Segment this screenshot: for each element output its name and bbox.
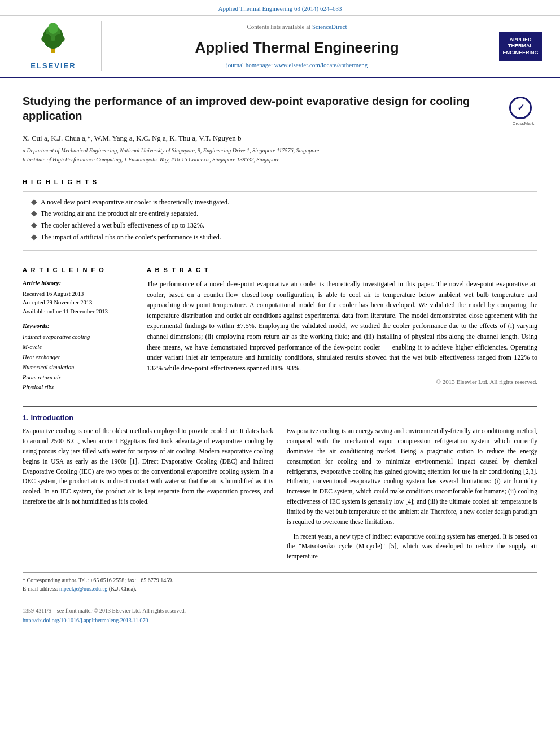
authors-text: X. Cui a, K.J. Chua a,*, W.M. Yang a, K.… (23, 134, 242, 142)
section1-heading: 1. Introduction (23, 413, 537, 423)
article-content: Studying the performance of an improved … (0, 78, 560, 637)
badge-line1: APPLIED (502, 37, 538, 43)
section1-col2-para2: In recent years, a new type of indirect … (287, 532, 537, 562)
section1-body: Evaporative cooling is one of the oldest… (23, 426, 537, 566)
section1-title: Introduction (30, 413, 73, 422)
email-link[interactable]: mpeckje@nus.edu.sg (59, 586, 107, 592)
highlight-item-2: ◆ The working air and the product air ar… (31, 209, 529, 219)
section1-col2-para1: Evaporative cooling is an energy saving … (287, 426, 537, 527)
keyword-5: Room return air (23, 373, 135, 383)
elsevier-logo: ELSEVIER (30, 21, 76, 71)
section1-col1-para1: Evaporative cooling is one of the oldest… (23, 426, 273, 507)
doi-link: http://dx.doi.org/10.1016/j.applthermale… (23, 617, 537, 624)
page: Applied Thermal Engineering 63 (2014) 62… (0, 0, 560, 747)
section1-col1: Evaporative cooling is one of the oldest… (23, 426, 273, 566)
affiliation-b: b Institute of High Performance Computin… (23, 156, 537, 164)
highlights-box: ◆ A novel dew point evaporative air cool… (23, 191, 537, 251)
bullet-icon-2: ◆ (31, 209, 37, 219)
article-footer: 1359-4311/$ – see front matter © 2013 El… (23, 602, 537, 624)
highlight-item-3: ◆ The cooler achieved a wet bulb effecti… (31, 221, 529, 230)
science-direct-link: Contents lists available at ScienceDirec… (113, 23, 481, 31)
section1-number: 1. (23, 413, 29, 422)
badge-line3: ENGINEERING (502, 50, 538, 56)
journal-title: Applied Thermal Engineering (113, 37, 481, 58)
section1-col2: Evaporative cooling is an energy saving … (287, 426, 537, 566)
corresponding-author-text: * Corresponding author. Tel.: +65 6516 2… (23, 577, 173, 583)
article-info-label: A R T I C L E I N F O (23, 266, 135, 274)
highlight-text-4: The impact of artificial ribs on the coo… (41, 233, 221, 242)
bullet-icon-4: ◆ (31, 233, 37, 242)
badge-line2: THERMAL (502, 43, 538, 50)
doi-anchor[interactable]: http://dx.doi.org/10.1016/j.applthermale… (23, 617, 148, 623)
journal-header: ELSEVIER Contents lists available at Sci… (0, 16, 560, 77)
keywords-label: Keywords: (23, 322, 135, 330)
keyword-2: M-cycle (23, 342, 135, 352)
accepted-date: Accepted 29 November 2013 (23, 298, 135, 307)
elsevier-tree-icon (30, 21, 76, 55)
highlight-text-3: The cooler achieved a wet bulb effective… (41, 221, 204, 230)
highlight-text-1: A novel dew point evaporative air cooler… (41, 198, 229, 207)
svg-point-3 (48, 23, 58, 34)
crossmark-badge: ✓ CrossMark (509, 97, 537, 126)
bullet-icon-1: ◆ (31, 198, 37, 207)
keyword-4: Numerical simulation (23, 362, 135, 373)
publisher-logo: ELSEVIER (11, 21, 102, 71)
keywords-list: Indirect evaporative cooling M-cycle Hea… (23, 332, 135, 392)
history-label: Article history: (23, 279, 135, 287)
journal-homepage-link[interactable]: journal homepage: www.elsevier.com/locat… (226, 62, 368, 68)
info-abstract-section: A R T I C L E I N F O Article history: R… (23, 266, 537, 398)
journal-badge-box: APPLIED THERMAL ENGINEERING (499, 32, 541, 61)
journal-badge: APPLIED THERMAL ENGINEERING (492, 21, 549, 71)
abstract-label: A B S T R A C T (147, 266, 537, 274)
authors-line: X. Cui a, K.J. Chua a,*, W.M. Yang a, K.… (23, 133, 537, 143)
bullet-icon-3: ◆ (31, 221, 37, 230)
email-label: E-mail address: (23, 586, 58, 592)
footnote-section: * Corresponding author. Tel.: +65 6516 2… (23, 572, 537, 593)
email-note: E-mail address: mpeckje@nus.edu.sg (K.J.… (23, 584, 537, 593)
received-date: Received 16 August 2013 (23, 290, 135, 299)
journal-citation: Applied Thermal Engineering 63 (2014) 62… (218, 5, 342, 12)
available-date: Available online 11 December 2013 (23, 307, 135, 316)
journal-homepage: journal homepage: www.elsevier.com/locat… (113, 61, 481, 69)
article-title: Studying the performance of an improved … (23, 94, 498, 123)
article-history: Article history: Received 16 August 2013… (23, 279, 135, 316)
highlight-item-4: ◆ The impact of artificial ribs on the c… (31, 233, 529, 242)
highlights-section: H I G H L I G H T S ◆ A novel dew point … (23, 178, 537, 251)
highlight-text-2: The working air and the product air are … (41, 209, 198, 219)
divider-1 (23, 171, 537, 171)
article-info-col: A R T I C L E I N F O Article history: R… (23, 266, 135, 398)
divider-3 (23, 406, 537, 407)
divider-2 (23, 259, 537, 259)
corresponding-author-note: * Corresponding author. Tel.: +65 6516 2… (23, 576, 537, 584)
highlights-label: H I G H L I G H T S (23, 178, 537, 186)
journal-title-area: Contents lists available at ScienceDirec… (102, 21, 492, 71)
affiliation-a: a Department of Mechanical Engineering, … (23, 147, 537, 155)
keywords-group: Keywords: Indirect evaporative cooling M… (23, 322, 135, 392)
section1-col2-text: Evaporative cooling is an energy saving … (287, 426, 537, 562)
abstract-col: A B S T R A C T The performance of a nov… (147, 266, 537, 398)
crossmark-icon: ✓ (509, 97, 532, 119)
journal-top-bar: Applied Thermal Engineering 63 (2014) 62… (0, 0, 560, 16)
section1-col1-text: Evaporative cooling is one of the oldest… (23, 426, 273, 507)
abstract-text: The performance of a novel dew-point eva… (147, 279, 537, 373)
keyword-1: Indirect evaporative cooling (23, 332, 135, 342)
issn-note: 1359-4311/$ – see front matter © 2013 El… (23, 607, 537, 615)
article-title-section: Studying the performance of an improved … (23, 89, 537, 126)
email-who: (K.J. Chua). (109, 586, 137, 592)
elsevier-brand-text: ELSEVIER (30, 61, 76, 71)
crossmark-label: CrossMark (509, 120, 537, 126)
highlight-item-1: ◆ A novel dew point evaporative air cool… (31, 198, 529, 207)
keyword-3: Heat exchanger (23, 352, 135, 362)
keyword-6: Physical ribs (23, 382, 135, 392)
section1: 1. Introduction Evaporative cooling is o… (23, 413, 537, 566)
copyright-line: © 2013 Elsevier Ltd. All rights reserved… (147, 378, 537, 386)
science-direct-anchor[interactable]: ScienceDirect (312, 23, 347, 30)
